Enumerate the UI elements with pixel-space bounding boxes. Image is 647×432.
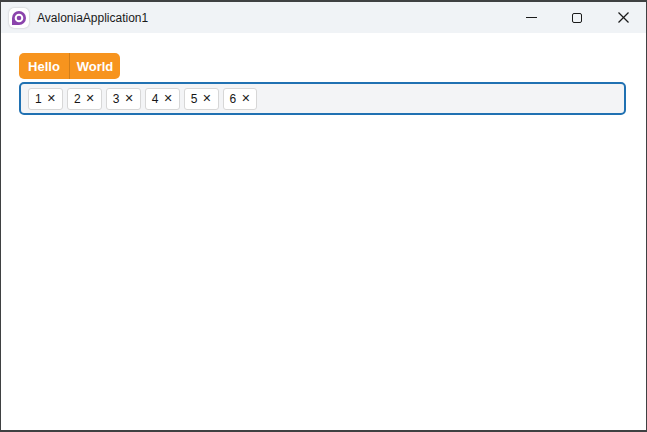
tag-input[interactable]: 1 ✕ 2 ✕ 3 ✕ 4 ✕ 5 ✕ 6 ✕ [19, 82, 626, 115]
minimize-icon [526, 17, 537, 18]
window-controls [508, 2, 646, 33]
chip-1-remove-icon[interactable]: ✕ [47, 93, 56, 104]
chip-2-remove-icon[interactable]: ✕ [86, 93, 95, 104]
tab-hello[interactable]: Hello [19, 53, 69, 79]
chip-3-label: 3 [113, 92, 120, 106]
chip-2-label: 2 [74, 92, 81, 106]
chip-1: 1 ✕ [28, 88, 63, 110]
chip-5: 5 ✕ [184, 88, 219, 110]
avalonia-logo-icon [9, 8, 29, 28]
chip-6: 6 ✕ [223, 88, 258, 110]
close-button[interactable] [600, 2, 646, 33]
tab-strip: Hello World [19, 53, 120, 79]
chip-4-remove-icon[interactable]: ✕ [163, 93, 172, 104]
chip-6-remove-icon[interactable]: ✕ [241, 93, 250, 104]
maximize-button[interactable] [554, 2, 600, 33]
chip-5-remove-icon[interactable]: ✕ [202, 93, 211, 104]
app-window: AvaloniaApplication1 Hello World [0, 0, 647, 432]
chip-3: 3 ✕ [106, 88, 141, 110]
chip-4-label: 4 [152, 92, 159, 106]
maximize-icon [572, 13, 582, 23]
tab-world-label: World [77, 59, 114, 74]
close-icon [617, 11, 630, 24]
chip-4: 4 ✕ [145, 88, 180, 110]
chip-6-label: 6 [230, 92, 237, 106]
chip-3-remove-icon[interactable]: ✕ [125, 93, 134, 104]
chip-2: 2 ✕ [67, 88, 102, 110]
chip-1-label: 1 [35, 92, 42, 106]
tab-hello-label: Hello [28, 59, 60, 74]
minimize-button[interactable] [508, 2, 554, 33]
title-bar[interactable]: AvaloniaApplication1 [1, 2, 646, 33]
chip-5-label: 5 [191, 92, 198, 106]
tab-world[interactable]: World [70, 53, 120, 79]
window-title: AvaloniaApplication1 [37, 11, 148, 25]
